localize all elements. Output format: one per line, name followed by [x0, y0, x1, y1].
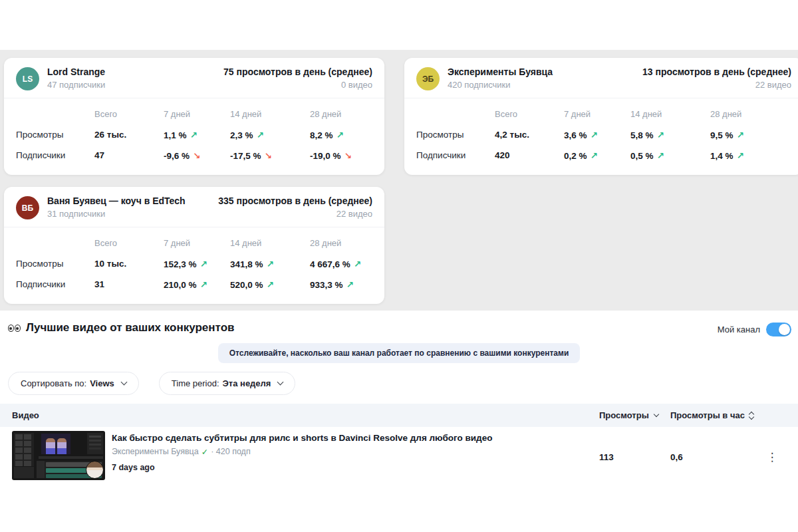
- channel-stats-summary: 13 просмотров в день (среднее) 22 видео: [642, 66, 791, 90]
- metrics-table: Всего 7 дней 14 дней 28 дней Просмотры 4…: [404, 98, 798, 175]
- metric-cell: 1,4 %: [710, 150, 791, 161]
- sort-by-value: Views: [90, 378, 114, 388]
- col-views-header[interactable]: Просмотры: [599, 410, 670, 420]
- channel-name: Lord Strange: [47, 66, 105, 78]
- metric-value: 520,0 %: [230, 280, 263, 290]
- metric-label: Подписчики: [16, 279, 94, 289]
- col-total: Всего: [94, 109, 164, 119]
- channel-meta: Lord Strange 47 подписчики: [47, 66, 105, 90]
- metric-cell: 2,3 %: [230, 130, 310, 140]
- metric-cell: 1,1 %: [164, 130, 230, 140]
- avg-daily-views: 75 просмотров в день (среднее): [223, 66, 372, 78]
- channel-stats-summary: 335 просмотров в день (среднее) 22 видео: [218, 196, 372, 219]
- trend-arrow-icon: [200, 279, 207, 290]
- metrics-table: Всего 7 дней 14 дней 28 дней Просмотры 1…: [4, 227, 384, 304]
- col-views-label: Просмотры: [599, 410, 649, 420]
- video-count: 0 видео: [223, 80, 372, 90]
- thumbnail-webcam-overlay: [86, 461, 104, 479]
- trend-arrow-icon: [257, 130, 264, 140]
- chevron-down-icon: [654, 412, 659, 417]
- video-channel-line: Эксперименты Буявца ✓ · 420 подп: [112, 447, 492, 457]
- metric-cell: 0,5 %: [630, 150, 710, 161]
- time-period-value: Эта неделя: [223, 378, 271, 388]
- thumbnail-person: [57, 438, 66, 454]
- col-14d: 14 дней: [630, 109, 710, 119]
- metric-cell: 933,3 %: [310, 279, 372, 290]
- metric-value: 1,1 %: [164, 130, 187, 140]
- col-7d: 7 дней: [164, 109, 230, 119]
- sort-updown-icon: [749, 412, 753, 419]
- channel-subscribers: 47 подписчики: [47, 80, 105, 90]
- video-title[interactable]: Как быстро сделать субтитры для рилс и s…: [112, 432, 492, 444]
- metric-total: 10 тыс.: [94, 259, 164, 269]
- video-cell: Как быстро сделать субтитры для рилс и s…: [12, 428, 599, 480]
- channel-avatar: LS: [16, 67, 39, 90]
- metrics-row-views: Просмотры 10 тыс. 152,3 % 341,8 % 4 667,…: [16, 253, 372, 274]
- video-channel-subs: · 420 подп: [211, 447, 250, 456]
- thumbnail-track-headers: [37, 461, 45, 478]
- metric-label: Просмотры: [16, 130, 94, 140]
- metric-cell: -19,0 %: [310, 150, 372, 161]
- competitors-dashboard: LS Lord Strange 47 подписчики 75 просмот…: [0, 0, 798, 532]
- section-title: Лучшие видео от ваших конкурентов: [8, 321, 235, 334]
- my-channel-label: Мой канал: [718, 325, 760, 334]
- metric-value: 2,3 %: [230, 130, 253, 140]
- metric-cell: 8,2 %: [310, 130, 372, 140]
- trend-arrow-icon: [737, 150, 744, 161]
- metric-total: 420: [495, 150, 564, 160]
- col-28d: 28 дней: [710, 109, 791, 119]
- metric-label: Подписчики: [416, 150, 495, 160]
- metrics-header-row: Всего 7 дней 14 дней 28 дней: [16, 104, 372, 124]
- trend-arrow-icon: [354, 259, 361, 269]
- notice-banner: Отслеживайте, насколько ваш канал работа…: [218, 343, 581, 363]
- kebab-menu-icon[interactable]: ⋮: [758, 452, 786, 463]
- filters-bar: Сортировать по: Views Time period: Эта н…: [8, 372, 295, 395]
- channel-meta: Эксперименты Буявца 420 подписчики: [448, 66, 553, 90]
- chevron-down-icon: [120, 379, 127, 386]
- metric-value: 933,3 %: [310, 280, 343, 290]
- metric-total: 31: [94, 279, 164, 289]
- trend-arrow-icon: [200, 259, 207, 269]
- time-period-label: Time period:: [172, 378, 219, 388]
- time-period-dropdown[interactable]: Time period: Эта неделя: [159, 372, 296, 395]
- metric-cell: 9,5 %: [710, 130, 791, 140]
- metric-cell: -17,5 %: [230, 150, 310, 161]
- sort-by-dropdown[interactable]: Сортировать по: Views: [8, 372, 139, 395]
- metric-value: -9,6 %: [164, 151, 190, 161]
- metric-value: 0,5 %: [630, 151, 654, 161]
- col-14d: 14 дней: [230, 238, 310, 248]
- trend-arrow-icon: [190, 130, 198, 140]
- metric-value: 8,2 %: [310, 130, 333, 140]
- channel-subscribers: 31 подписчики: [47, 209, 186, 219]
- col-14d: 14 дней: [230, 109, 310, 119]
- metric-cell: 0,2 %: [564, 150, 630, 161]
- channel-card-header: ВБ Ваня Буявец — коуч в EdTech 31 подпис…: [4, 187, 384, 227]
- thumbnail-left-panel: [14, 467, 34, 478]
- metric-total: 47: [94, 150, 164, 160]
- trend-arrow-icon: [737, 130, 744, 140]
- metric-cell: 152,3 %: [164, 259, 230, 269]
- metrics-row-subscribers: Подписчики 31 210,0 % 520,0 % 933,3 %: [16, 274, 372, 295]
- col-views-per-hour-header[interactable]: Просмотры в час: [670, 410, 758, 420]
- col-video-header: Видео: [12, 410, 599, 420]
- metric-cell: 5,8 %: [630, 130, 710, 140]
- metric-value: 210,0 %: [164, 280, 197, 290]
- channel-avatar: ЭБ: [416, 67, 440, 90]
- video-views-value: 113: [599, 452, 670, 462]
- channel-card-vanya-buyavets: ВБ Ваня Буявец — коуч в EdTech 31 подпис…: [4, 187, 384, 304]
- metric-cell: 341,8 %: [230, 259, 310, 269]
- chevron-down-icon: [277, 379, 284, 386]
- metric-value: 4 667,6 %: [310, 259, 350, 269]
- metrics-row-views: Просмотры 4,2 тыс. 3,6 % 5,8 % 9,5 %: [416, 124, 791, 145]
- thumbnail-preview: [41, 434, 70, 454]
- my-channel-toggle[interactable]: [766, 323, 791, 336]
- trend-arrow-icon: [657, 130, 664, 140]
- col-28d: 28 дней: [310, 238, 372, 248]
- trend-arrow-icon: [344, 150, 352, 161]
- metric-label: Просмотры: [16, 259, 94, 269]
- video-channel-name[interactable]: Эксперименты Буявца: [112, 447, 199, 456]
- video-table-row: Как быстро сделать субтитры для рилс и s…: [0, 428, 798, 485]
- video-thumbnail[interactable]: [12, 431, 105, 480]
- metrics-row-subscribers: Подписчики 47 -9,6 % -17,5 % -19,0 %: [16, 145, 372, 166]
- col-total: Всего: [94, 238, 164, 248]
